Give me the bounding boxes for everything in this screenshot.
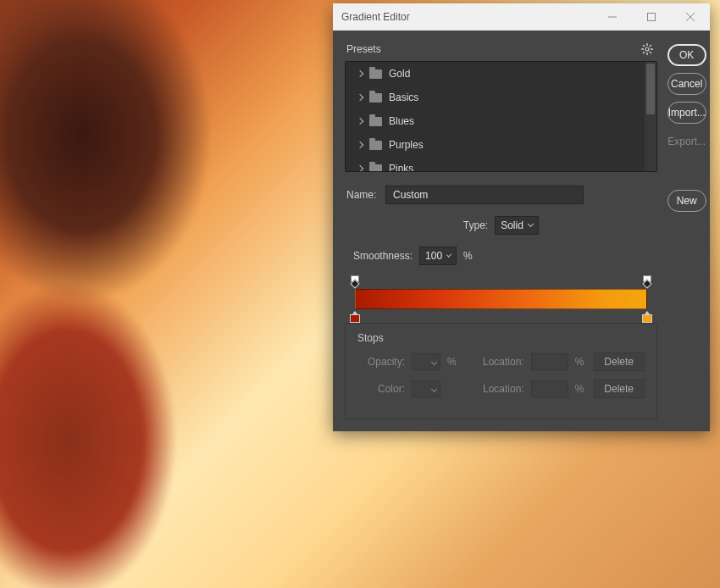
smoothness-label: Smoothness:	[353, 250, 413, 262]
opacity-stop-left[interactable]	[350, 277, 360, 287]
smoothness-value: 100	[425, 250, 442, 262]
delete-opacity-stop-button[interactable]: Delete	[594, 352, 645, 371]
opacity-label: Opacity:	[357, 356, 405, 368]
location-label: Location:	[483, 383, 524, 395]
delete-color-stop-button[interactable]: Delete	[594, 380, 645, 398]
preset-scrollbar[interactable]	[645, 62, 656, 171]
type-select[interactable]: Solid	[495, 216, 539, 235]
cancel-button[interactable]: Cancel	[667, 73, 706, 95]
gradient-editor-dialog: Gradient Editor Presets Gold Basics Blue…	[333, 3, 710, 431]
chevron-right-icon	[357, 141, 363, 148]
folder-icon	[369, 117, 382, 126]
chevron-right-icon	[357, 94, 363, 101]
minimize-button[interactable]	[593, 3, 632, 31]
preset-folder-purples[interactable]: Purples	[346, 133, 656, 157]
preset-list[interactable]: Gold Basics Blues Purples Pinks	[345, 61, 657, 172]
svg-line-12	[643, 52, 645, 53]
smoothness-input[interactable]: 100	[419, 247, 457, 265]
opacity-stop-right[interactable]	[642, 277, 652, 287]
chevron-right-icon	[357, 70, 363, 77]
opacity-value-input[interactable]	[412, 353, 440, 370]
svg-line-9	[643, 45, 645, 47]
preset-label: Purples	[389, 139, 424, 151]
dialog-title: Gradient Editor	[341, 11, 593, 23]
name-input[interactable]	[385, 186, 584, 204]
import-button[interactable]: Import...	[667, 102, 706, 124]
color-stop-left[interactable]	[350, 311, 360, 323]
preset-label: Blues	[389, 115, 414, 127]
opacity-location-input[interactable]	[531, 353, 568, 370]
export-button: Export...	[667, 130, 706, 153]
color-swatch-input[interactable]	[412, 380, 440, 397]
preset-folder-pinks[interactable]: Pinks	[346, 157, 656, 172]
type-label: Type:	[463, 219, 488, 231]
location-label: Location:	[483, 356, 524, 368]
titlebar[interactable]: Gradient Editor	[333, 3, 710, 31]
close-button[interactable]	[671, 3, 710, 31]
chevron-down-icon	[431, 358, 437, 364]
folder-icon	[369, 93, 382, 103]
gradient-bar[interactable]	[355, 289, 647, 309]
folder-icon	[369, 69, 382, 79]
color-label: Color:	[357, 383, 405, 395]
location-unit: %	[575, 356, 587, 368]
preset-folder-blues[interactable]: Blues	[346, 109, 656, 133]
background-figure	[0, 0, 254, 588]
opacity-unit: %	[447, 356, 459, 368]
color-stop-right[interactable]	[642, 311, 652, 323]
chevron-down-icon	[446, 252, 451, 258]
presets-label: Presets	[346, 43, 381, 55]
preset-label: Pinks	[389, 163, 413, 172]
chevron-right-icon	[357, 118, 363, 125]
stops-panel: Stops Opacity: % Location: % Delete Colo…	[345, 323, 657, 419]
svg-point-4	[645, 47, 649, 51]
preset-label: Gold	[389, 68, 410, 80]
svg-line-10	[650, 52, 651, 53]
location-unit: %	[575, 383, 587, 395]
chevron-right-icon	[357, 165, 363, 172]
chevron-down-icon	[431, 386, 437, 391]
stops-label: Stops	[357, 332, 645, 344]
new-button[interactable]: New	[667, 190, 706, 212]
gradient-editor-strip[interactable]	[345, 277, 657, 318]
svg-line-11	[650, 45, 651, 47]
ok-button[interactable]: OK	[667, 44, 706, 66]
name-label: Name:	[345, 189, 379, 201]
svg-rect-1	[648, 14, 656, 21]
type-value: Solid	[501, 219, 523, 231]
preset-folder-gold[interactable]: Gold	[346, 62, 656, 86]
smoothness-unit: %	[463, 250, 473, 262]
folder-icon	[369, 141, 382, 150]
preset-folder-basics[interactable]: Basics	[346, 86, 656, 109]
gear-icon[interactable]	[640, 42, 654, 56]
chevron-down-icon	[528, 221, 534, 227]
maximize-button[interactable]	[632, 3, 671, 31]
color-location-input[interactable]	[531, 380, 568, 397]
preset-label: Basics	[389, 92, 418, 103]
folder-icon	[369, 164, 382, 172]
